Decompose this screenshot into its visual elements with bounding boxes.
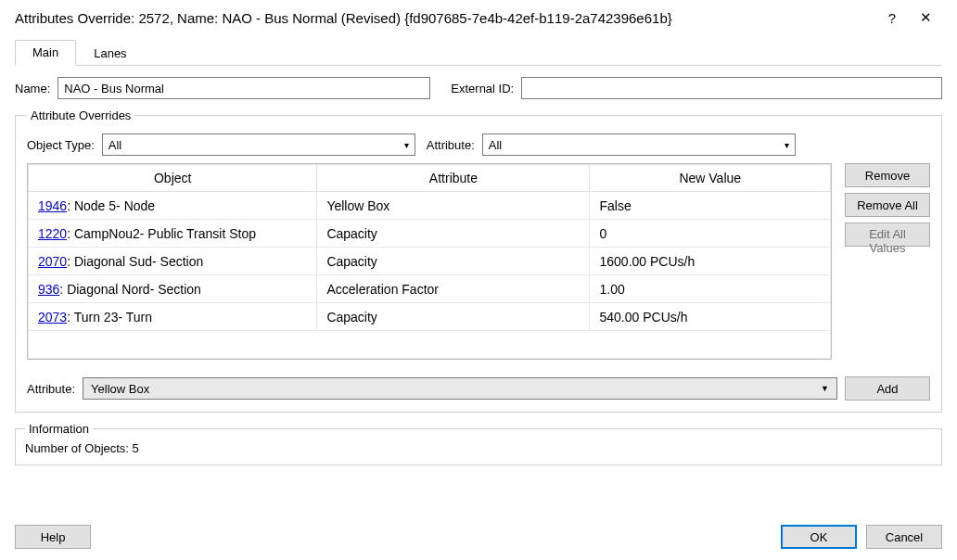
cancel-button[interactable]: Cancel: [866, 525, 942, 549]
name-label: Name:: [15, 82, 50, 95]
object-id-link[interactable]: 1946: [38, 198, 67, 213]
overrides-table: Object Attribute New Value 1946: Node 5-…: [28, 164, 831, 359]
cell-attribute: Acceleration Factor: [317, 275, 590, 303]
cell-object: 936: Diagonal Nord- Section: [29, 275, 317, 303]
col-object[interactable]: Object: [29, 165, 317, 192]
side-buttons: Remove Remove All Edit All Values: [845, 163, 930, 360]
object-rest: : Node 5- Node: [67, 198, 155, 213]
table-row[interactable]: 936: Diagonal Nord- Section Acceleration…: [29, 275, 831, 303]
object-rest: : CampNou2- Public Transit Stop: [67, 226, 256, 241]
object-type-label: Object Type:: [27, 138, 95, 152]
help-icon[interactable]: ?: [875, 10, 909, 26]
edit-all-values-button[interactable]: Edit All Values: [845, 223, 930, 247]
object-rest: : Diagonal Nord- Section: [59, 282, 201, 297]
tab-bar: Main Lanes: [15, 39, 942, 66]
cell-value: 0: [590, 220, 831, 248]
cell-attribute: Capacity: [317, 303, 590, 331]
attribute-add-label: Attribute:: [27, 382, 75, 396]
object-id-link[interactable]: 2073: [38, 310, 67, 325]
chevron-down-icon: ▾: [785, 140, 789, 150]
overrides-table-wrap: Object Attribute New Value 1946: Node 5-…: [27, 163, 832, 360]
object-rest: : Diagonal Sud- Section: [67, 254, 203, 269]
close-icon[interactable]: ✕: [909, 9, 942, 26]
table-row[interactable]: 1946: Node 5- Node Yellow Box False: [29, 192, 831, 220]
cell-value: 1.00: [590, 275, 831, 303]
object-type-selected: All: [108, 138, 121, 152]
object-rest: : Turn 23- Turn: [67, 310, 152, 325]
cell-value: 1600.00 PCUs/h: [590, 248, 831, 275]
name-row: Name: External ID:: [15, 77, 942, 99]
remove-button[interactable]: Remove: [845, 163, 930, 187]
cell-attribute: Yellow Box: [317, 192, 590, 220]
information-legend: Information: [25, 422, 93, 436]
attribute-overrides-group: Attribute Overrides Object Type: All ▾ A…: [15, 108, 942, 413]
table-row[interactable]: 2070: Diagonal Sud- Section Capacity 160…: [29, 248, 831, 275]
number-of-objects: Number of Objects: 5: [25, 441, 932, 455]
overrides-body: Object Attribute New Value 1946: Node 5-…: [27, 163, 930, 360]
cell-attribute: Capacity: [317, 248, 590, 275]
col-new-value[interactable]: New Value: [590, 165, 831, 192]
chevron-down-icon: ▾: [404, 140, 409, 150]
col-attribute[interactable]: Attribute: [317, 165, 590, 192]
external-id-input[interactable]: [521, 77, 942, 99]
attribute-filter-selected: All: [489, 138, 502, 152]
add-button[interactable]: Add: [845, 376, 930, 401]
cell-object: 1946: Node 5- Node: [29, 192, 317, 220]
cell-attribute: Capacity: [317, 220, 590, 248]
dialog-footer: Help OK Cancel: [15, 525, 942, 549]
attribute-add-selected: Yellow Box: [91, 382, 149, 396]
object-type-dropdown[interactable]: All ▾: [102, 134, 415, 156]
dialog-window: Attributes Override: 2572, Name: NAO - B…: [0, 0, 957, 560]
table-row[interactable]: 2073: Turn 23- Turn Capacity 540.00 PCUs…: [29, 303, 831, 331]
table-header-row: Object Attribute New Value: [29, 165, 831, 192]
remove-all-button[interactable]: Remove All: [845, 193, 930, 217]
external-id-label: External ID:: [451, 82, 514, 95]
information-group: Information Number of Objects: 5: [15, 422, 942, 465]
attribute-filter-label: Attribute:: [427, 138, 475, 152]
attribute-filter-dropdown[interactable]: All ▾: [482, 134, 796, 156]
filter-row: Object Type: All ▾ Attribute: All ▾: [27, 134, 930, 156]
tab-content-main: Name: External ID: Attribute Overrides O…: [0, 66, 957, 465]
table-empty-space: [29, 331, 831, 359]
object-id-link[interactable]: 936: [38, 282, 59, 297]
cell-value: False: [590, 192, 831, 220]
cell-value: 540.00 PCUs/h: [590, 303, 831, 331]
window-title: Attributes Override: 2572, Name: NAO - B…: [15, 10, 875, 26]
titlebar: Attributes Override: 2572, Name: NAO - B…: [0, 0, 957, 33]
name-input[interactable]: [57, 77, 430, 99]
cell-object: 1220: CampNou2- Public Transit Stop: [29, 220, 317, 248]
tab-lanes[interactable]: Lanes: [76, 41, 144, 66]
cell-object: 2070: Diagonal Sud- Section: [29, 248, 317, 275]
attribute-overrides-legend: Attribute Overrides: [27, 108, 134, 122]
ok-button[interactable]: OK: [781, 525, 857, 549]
tab-main[interactable]: Main: [15, 40, 76, 66]
table-row[interactable]: 1220: CampNou2- Public Transit Stop Capa…: [29, 220, 831, 248]
cell-object: 2073: Turn 23- Turn: [29, 303, 317, 331]
object-id-link[interactable]: 2070: [38, 254, 67, 269]
attribute-add-row: Attribute: Yellow Box ▼ Add: [27, 376, 930, 401]
chevron-down-icon: ▼: [821, 384, 829, 393]
object-id-link[interactable]: 1220: [38, 226, 67, 241]
help-button[interactable]: Help: [15, 525, 91, 549]
attribute-add-dropdown[interactable]: Yellow Box ▼: [83, 377, 837, 400]
